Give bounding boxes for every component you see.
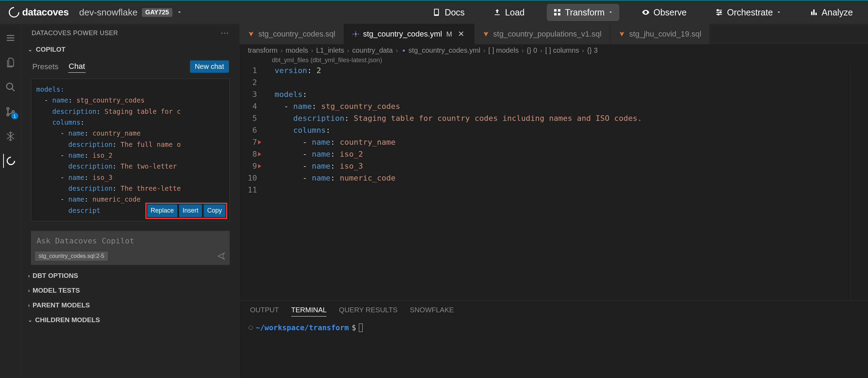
env-name: dev-snowflake [79, 7, 137, 18]
svg-rect-8 [813, 9, 815, 15]
svg-point-11 [7, 107, 9, 110]
terminal-path: ~/workspace/transform [256, 324, 349, 332]
svg-rect-3 [558, 13, 560, 15]
terminal-cursor [359, 324, 363, 332]
nav-observe[interactable]: Observe [635, 4, 693, 21]
send-icon[interactable] [217, 252, 225, 260]
menu-icon[interactable] [4, 31, 18, 45]
svg-rect-2 [554, 13, 557, 15]
accordion-model-tests[interactable]: ›MODEL TESTS [21, 283, 239, 298]
copilot-header[interactable]: ⌄ COPILOT [21, 42, 239, 57]
tab-output[interactable]: OUTPUT [250, 306, 279, 317]
scm-badge: 1 [11, 112, 18, 119]
top-bar: datacoves dev-snowflake GAY725 Docs Load… [0, 0, 868, 24]
tab-presets[interactable]: Presets [32, 61, 59, 73]
sidebar-header: DATACOVES POWER USER ⋯ [21, 24, 239, 42]
prompt-circle-icon [249, 326, 253, 330]
copilot-action-row: Replace Insert Copy [145, 203, 227, 219]
terminal-panel: OUTPUT TERMINAL QUERY RESULTS SNOWFLAKE … [239, 301, 868, 378]
tab-terminal[interactable]: TERMINAL [291, 306, 327, 317]
codelens[interactable]: dbt_yml_files (dbt_yml_files-latest.json… [239, 57, 868, 64]
chart-icon [810, 8, 818, 17]
nav-orchestrate[interactable]: Orchestrate [709, 4, 788, 21]
chat-placeholder: Ask Datacoves Copilot [35, 235, 225, 247]
minimap[interactable] [850, 65, 868, 301]
snowflake-icon[interactable] [4, 129, 18, 143]
modified-indicator: M [446, 30, 452, 38]
svg-point-4 [717, 9, 718, 11]
nav-analyze[interactable]: Analyze [803, 4, 859, 21]
chevron-down-icon [177, 9, 182, 15]
svg-point-6 [718, 14, 719, 15]
nav-docs[interactable]: Docs [426, 4, 471, 21]
dbt-icon [619, 31, 625, 37]
svg-rect-0 [554, 9, 557, 12]
dbt-icon [483, 31, 489, 37]
nav-items: Docs Load Transform Observe Orchestrate … [426, 4, 859, 21]
accordion-children-models[interactable]: ⌄CHILDREN MODELS [21, 313, 239, 327]
insert-button[interactable]: Insert [179, 204, 202, 217]
grid-icon [553, 8, 561, 17]
tab-chat[interactable]: Chat [68, 60, 86, 73]
nav-transform[interactable]: Transform [547, 4, 619, 21]
sidebar-title: DATACOVES POWER USER [32, 30, 118, 37]
editor-tabs: stg_country_codes.sql stg_country_codes.… [239, 24, 868, 44]
accordion-dbt-options[interactable]: ›DBT OPTIONS [21, 268, 239, 283]
more-icon[interactable]: ⋯ [221, 28, 229, 38]
tab-stg-country-populations[interactable]: stg_country_populations_v1.sql [474, 24, 610, 44]
nav-load[interactable]: Load [487, 4, 531, 21]
yaml-icon [401, 47, 407, 54]
main-layout: 1 DATACOVES POWER USER ⋯ ⌄ COPILOT Prese… [0, 24, 868, 378]
copilot-tabs: Presets Chat New chat [21, 57, 239, 74]
prompt-symbol: $ [352, 324, 356, 332]
svg-point-10 [6, 83, 13, 90]
logo[interactable]: datacoves [9, 7, 68, 18]
chevron-down-icon: ⌄ [28, 317, 32, 323]
chevron-right-icon: › [28, 288, 30, 293]
sliders-icon [715, 8, 723, 17]
datacoves-icon[interactable] [3, 154, 17, 168]
activity-bar: 1 [0, 24, 21, 378]
editor-body[interactable]: 1234567891011 version: 2models: - name: … [239, 64, 868, 301]
eye-icon [642, 8, 650, 17]
accordion-parent-models[interactable]: ›PARENT MODELS [21, 298, 239, 313]
tab-stg-country-codes-yml[interactable]: stg_country_codes.yml M ✕ [344, 24, 474, 44]
new-chat-button[interactable]: New chat [190, 60, 229, 73]
chevron-down-icon [608, 10, 613, 15]
terminal-body[interactable]: ~/workspace/transform $ [239, 319, 868, 336]
tab-stg-country-codes-sql[interactable]: stg_country_codes.sql [239, 24, 344, 44]
source-control-icon[interactable]: 1 [4, 105, 18, 119]
svg-rect-1 [558, 9, 560, 12]
svg-point-12 [7, 114, 9, 116]
svg-point-15 [403, 50, 405, 52]
book-icon [433, 8, 441, 17]
chat-input[interactable]: Ask Datacoves Copilot stg_country_codes.… [31, 231, 230, 265]
svg-rect-9 [815, 13, 817, 15]
copilot-code-preview: models: - name: stg_country_codes descri… [31, 79, 230, 221]
code-lines[interactable]: version: 2models: - name: stg_country_co… [268, 65, 850, 301]
editor-area: stg_country_codes.sql stg_country_codes.… [239, 24, 868, 378]
datacoves-logo-icon [7, 5, 21, 20]
upload-icon [493, 8, 501, 17]
copy-button[interactable]: Copy [204, 204, 225, 217]
context-chip[interactable]: stg_country_codes.sql:2-5 [35, 252, 108, 261]
line-gutter: 1234567891011 [239, 65, 268, 301]
tab-snowflake[interactable]: SNOWFLAKE [410, 306, 454, 317]
sidebar: DATACOVES POWER USER ⋯ ⌄ COPILOT Presets… [21, 24, 239, 378]
chevron-down-icon: ⌄ [28, 47, 32, 52]
explorer-icon[interactable] [4, 56, 18, 70]
logo-text: datacoves [22, 7, 68, 18]
search-icon[interactable] [4, 80, 18, 94]
close-icon[interactable]: ✕ [456, 30, 466, 39]
tab-stg-jhu-covid[interactable]: stg_jhu_covid_19.sql [610, 24, 710, 44]
dbt-icon [248, 31, 254, 37]
svg-point-5 [720, 12, 721, 13]
breadcrumb[interactable]: transform› models› L1_inlets› country_da… [239, 44, 868, 57]
chevron-down-icon [776, 10, 781, 15]
yaml-icon [353, 31, 359, 37]
chevron-right-icon: › [28, 273, 30, 279]
chevron-right-icon: › [28, 302, 30, 308]
tab-query-results[interactable]: QUERY RESULTS [339, 306, 397, 317]
replace-button[interactable]: Replace [147, 204, 177, 217]
env-selector[interactable]: dev-snowflake GAY725 [79, 7, 182, 18]
